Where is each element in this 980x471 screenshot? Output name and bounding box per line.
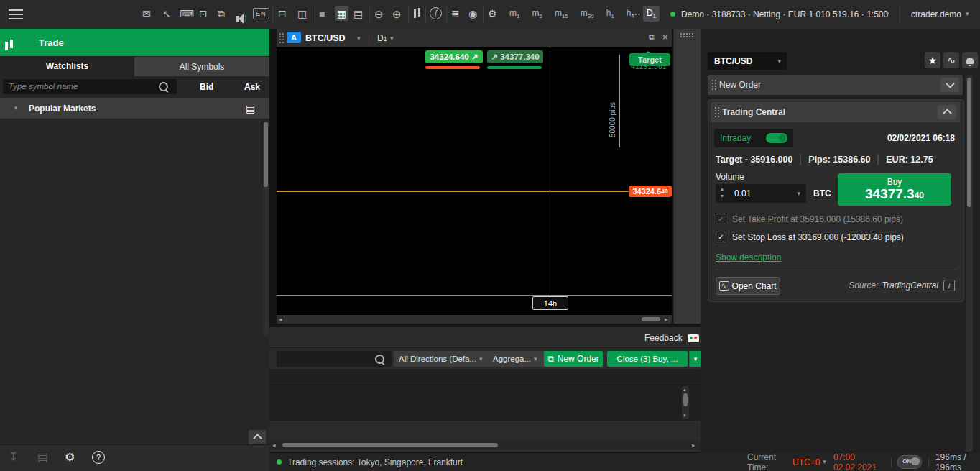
chart-group-badge[interactable]: A (287, 32, 301, 43)
symbol-search-input[interactable]: Type symbol name (3, 79, 177, 94)
tab-watchlists[interactable]: Watchlists (0, 56, 134, 78)
show-description-link[interactable]: Show description (716, 252, 781, 262)
section-new-order[interactable]: New Order (708, 75, 963, 95)
open-chart-button[interactable]: ∿ Open Chart (716, 277, 780, 295)
buy-button[interactable]: Buy 34377.340 (838, 173, 951, 206)
mode-toggle[interactable] (766, 133, 787, 143)
fullscreen-icon[interactable]: ⊡ (199, 9, 208, 19)
table-scrollbar[interactable]: ▴ ▾ (682, 386, 689, 419)
panel-symbol-selector[interactable]: BTC/USD ▾ (708, 52, 787, 70)
timezone-dropdown-icon[interactable]: ▾ (823, 459, 826, 465)
drag-handle-icon[interactable] (279, 32, 285, 44)
sound-icon[interactable] (236, 16, 239, 22)
drag-handle-icon[interactable] (714, 106, 720, 118)
cursor-settings-icon[interactable]: ↖ (162, 9, 171, 19)
panel-scrollbar[interactable] (966, 75, 973, 452)
volume-stepper[interactable]: ▴ ▾ 0.01 ▾ (716, 184, 806, 203)
bottom-scrollbar-thumb[interactable] (282, 443, 498, 447)
account-dropdown-icon[interactable]: ▾ (886, 11, 889, 17)
panel-scrollbar-thumb[interactable] (967, 78, 971, 207)
rows-layout-icon[interactable]: ▤ (353, 9, 363, 19)
candle-style-icon[interactable] (414, 9, 416, 18)
withdraw-icon[interactable]: ↧ (9, 452, 18, 463)
chart-settings-icon[interactable]: ⚙ (488, 9, 497, 19)
timeframe-m1[interactable]: m1 (506, 6, 523, 22)
aggregate-dropdown[interactable]: Aggrega...▾ (488, 351, 550, 367)
account-info[interactable]: Demo · 3188733 · Netting · EUR 1 010 519… (681, 9, 888, 19)
popular-markets-group[interactable]: ▾ Popular Markets ▤ (0, 98, 269, 119)
tab-all-symbols[interactable]: All Symbols (134, 57, 269, 77)
windows-icon[interactable]: ⧉ (218, 9, 225, 19)
workspace-layout-icon[interactable]: ◫ (297, 9, 307, 19)
single-chart-icon[interactable]: ■ (319, 9, 325, 19)
restore-window-icon[interactable]: ⧉ (649, 33, 655, 41)
more-timeframes-icon[interactable]: ⋯ (631, 9, 641, 19)
bottom-scrollbar[interactable]: ◂ ▸ (269, 441, 701, 449)
zoom-in-icon[interactable]: ⊕ (392, 9, 402, 19)
close-positions-button[interactable]: Close (3) Buy, ... (607, 351, 688, 367)
language-selector[interactable]: EN (253, 8, 269, 19)
stepper-up-icon[interactable]: ▴ (721, 186, 724, 192)
timeframe-m5[interactable]: m5 (528, 6, 545, 22)
chart-symbol-label[interactable]: BTC/USD (305, 33, 346, 43)
main-menu-icon[interactable] (9, 9, 23, 11)
chart-timeframe-label[interactable]: D1 (377, 33, 387, 43)
chart-mode-icon[interactable]: ⊟ (278, 9, 287, 19)
drag-handle-icon[interactable] (711, 79, 717, 91)
toolbar-drag-handle[interactable] (680, 32, 695, 38)
scroll-right-icon[interactable]: ▸ (665, 316, 668, 323)
new-order-button[interactable]: ⧉New Order (544, 351, 603, 367)
positions-search-input[interactable] (277, 351, 392, 367)
scroll-left-icon[interactable]: ◂ (279, 316, 282, 323)
collapse-triangle-icon[interactable]: ▾ (14, 105, 18, 111)
info-icon[interactable]: i (943, 280, 955, 291)
chart-timeframe-dropdown-icon[interactable]: ▾ (390, 35, 394, 42)
timeframe-m30[interactable]: m30 (577, 6, 598, 22)
time-marker-tooltip[interactable]: 14h (532, 296, 568, 310)
chart-plot-area[interactable]: 34324.640 ↗ ↗ 34377.340 50000 pips (277, 47, 629, 295)
status-toggle[interactable]: ON (897, 455, 922, 469)
grid-layout-icon[interactable]: ▦ (335, 6, 348, 21)
chart-scrollbar[interactable]: ◂ ▸ (277, 315, 672, 324)
indicators-icon[interactable]: ƒ (430, 7, 442, 19)
take-profit-label[interactable]: Set Take Profit at 35916.000 (15386.60 p… (732, 214, 903, 224)
ask-price-pill[interactable]: ↗ 34377.340 (487, 50, 543, 63)
favorite-star-icon[interactable]: ★ (925, 52, 940, 68)
table-scrollbar-thumb[interactable] (683, 393, 688, 406)
timeframe-D1[interactable]: D1 (643, 6, 660, 22)
stop-loss-label[interactable]: Set Stop Loss at 33169.000 (-12083.40 pi… (732, 232, 904, 242)
list-options-icon[interactable]: ▤ (246, 104, 255, 114)
open-chart-icon[interactable]: ∿ (943, 52, 959, 68)
wallet-icon[interactable]: ▤ (37, 452, 48, 463)
notifications-mail-icon[interactable]: ✉ (142, 9, 151, 19)
time-axis[interactable]: 14h (277, 295, 672, 315)
objects-layers-icon[interactable]: ≣ (451, 9, 460, 19)
broker-name[interactable]: ctrader.demo (911, 9, 961, 19)
intraday-toggle-group[interactable]: Intraday (714, 129, 793, 147)
collapse-up-button[interactable] (249, 430, 266, 444)
bid-price-pill[interactable]: 34324.640 ↗ (425, 50, 483, 63)
take-profit-checkbox[interactable]: ✓ (716, 214, 726, 224)
price-axis[interactable]: 41291.361 Target 34324.640 (629, 47, 672, 295)
broker-dropdown-icon[interactable]: ▾ (966, 11, 969, 17)
volume-dropdown-icon[interactable]: ▾ (797, 191, 800, 197)
chart-symbol-dropdown-icon[interactable]: ▾ (357, 35, 361, 42)
visibility-eye-icon[interactable]: ◉ (468, 9, 477, 19)
section-trading-central[interactable]: Trading Central (711, 102, 960, 122)
direction-filter-dropdown[interactable]: All Directions (Defa...▾ (394, 351, 494, 367)
hotkeys-keyboard-icon[interactable]: ⌨ (180, 9, 194, 19)
expand-button[interactable] (940, 78, 959, 92)
feedback-button[interactable]: Feedback (644, 333, 699, 343)
watchlist-scrollbar-thumb[interactable] (264, 122, 268, 187)
chart-scrollbar-thumb[interactable] (642, 317, 660, 321)
timeframe-m15[interactable]: m15 (551, 6, 572, 22)
help-icon[interactable]: ? (92, 451, 105, 464)
price-alert-bell-icon[interactable] (962, 52, 978, 68)
timezone-selector[interactable]: UTC+0 (792, 457, 820, 467)
settings-gear-icon[interactable]: ⚙ (65, 452, 75, 463)
stop-loss-checkbox[interactable]: ✓ (716, 232, 726, 242)
collapse-button[interactable] (938, 105, 956, 119)
close-window-icon[interactable]: × (662, 32, 668, 42)
watchlist-scrollbar[interactable] (263, 121, 269, 337)
close-options-dropdown[interactable]: ▾ (689, 351, 701, 367)
